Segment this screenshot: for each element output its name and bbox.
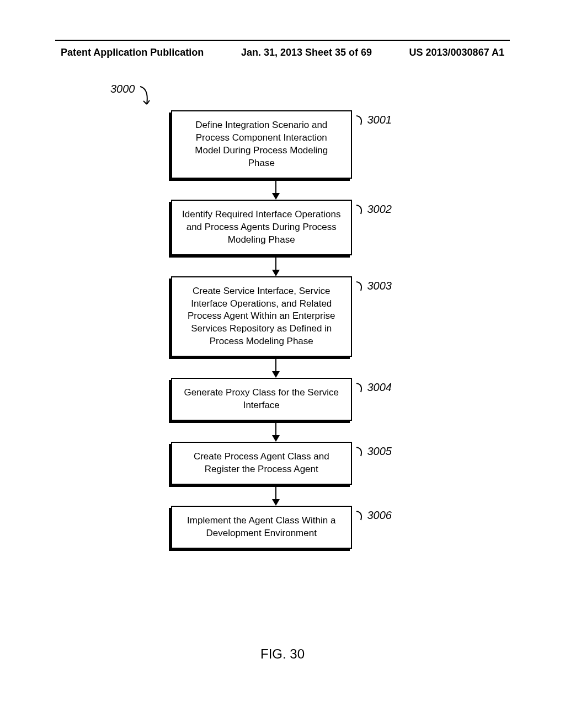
bracket-icon xyxy=(355,114,367,127)
bracket-icon xyxy=(355,381,367,394)
flow-step: Create Process Agent Class and Register … xyxy=(171,442,392,485)
flow-step: Identify Required Interface Operations a… xyxy=(171,200,392,255)
header-right: US 2013/0030867 A1 xyxy=(409,47,504,58)
header-left: Patent Application Publication xyxy=(61,47,204,58)
step-num: 3001 xyxy=(367,114,392,126)
step-num: 3004 xyxy=(367,381,392,394)
header-rule xyxy=(55,40,510,41)
arrow-down-icon xyxy=(171,255,381,276)
arrow-down-icon xyxy=(171,357,381,378)
flow-step: Generate Proxy Class for the Service Int… xyxy=(171,378,392,421)
step-num: 3003 xyxy=(367,280,392,292)
step-label: 3003 xyxy=(355,280,392,293)
bracket-icon xyxy=(355,445,367,458)
step-label: 3002 xyxy=(355,203,392,216)
bracket-icon xyxy=(355,280,367,293)
flowchart: Define Integration Scenario and Process … xyxy=(171,110,392,549)
bracket-icon xyxy=(355,509,367,522)
step-label: 3004 xyxy=(355,381,392,394)
svg-marker-3 xyxy=(272,270,280,276)
step-label: 3001 xyxy=(355,114,392,127)
flow-step: Implement the Agent Class Within a Devel… xyxy=(171,506,392,549)
step-box: Define Integration Scenario and Process … xyxy=(171,110,352,179)
flow-step: Create Service Interface, Service Interf… xyxy=(171,276,392,357)
step-box: Generate Proxy Class for the Service Int… xyxy=(171,378,352,421)
step-box: Implement the Agent Class Within a Devel… xyxy=(171,506,352,549)
page-header: Patent Application Publication Jan. 31, … xyxy=(0,47,565,58)
arrow-down-icon xyxy=(171,179,381,200)
figure-caption: FIG. 30 xyxy=(0,646,565,662)
svg-marker-9 xyxy=(272,499,280,506)
svg-marker-1 xyxy=(272,193,280,200)
step-num: 3005 xyxy=(367,445,392,458)
step-label: 3006 xyxy=(355,509,392,522)
flow-step: Define Integration Scenario and Process … xyxy=(171,110,392,179)
svg-marker-7 xyxy=(272,435,280,442)
step-num: 3002 xyxy=(367,203,392,216)
step-box: Create Process Agent Class and Register … xyxy=(171,442,352,485)
figure-ref-label: 3000 xyxy=(110,83,135,95)
header-center: Jan. 31, 2013 Sheet 35 of 69 xyxy=(241,47,372,58)
svg-marker-5 xyxy=(272,371,280,378)
step-box: Identify Required Interface Operations a… xyxy=(171,200,352,255)
arrow-down-icon xyxy=(171,421,381,442)
step-box: Create Service Interface, Service Interf… xyxy=(171,276,352,357)
step-label: 3005 xyxy=(355,445,392,458)
figure-ref-arrow xyxy=(137,85,153,112)
step-num: 3006 xyxy=(367,509,392,522)
bracket-icon xyxy=(355,203,367,216)
arrow-down-icon xyxy=(171,485,381,506)
